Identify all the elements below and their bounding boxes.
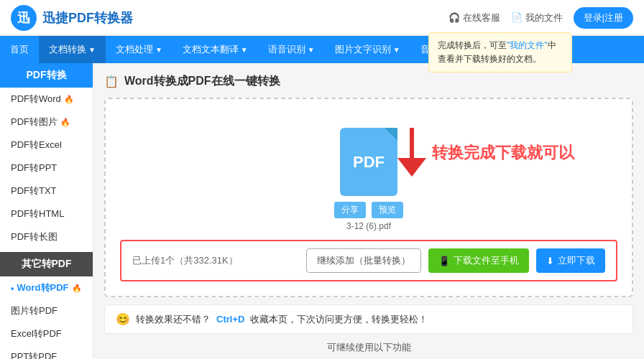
header-right: 🎧 在线客服 📄 我的文件 登录|注册 bbox=[448, 7, 633, 29]
login-button[interactable]: 登录|注册 bbox=[574, 7, 633, 29]
action-buttons: 继续添加（批量转换） 📱 下载文件至手机 ⬇ 立即下载 bbox=[306, 248, 605, 273]
sidebar-item-pdf-to-ppt[interactable]: PDF转PPT bbox=[0, 157, 93, 180]
nav-doc-process-label: 文档处理 bbox=[116, 43, 153, 56]
chevron-down-icon: ▼ bbox=[393, 46, 400, 54]
upload-area: PDF 分享 预览 3-12 (6).pdf bbox=[104, 98, 633, 297]
tooltip-box: 完成转换后，可至"我的文件"中查看并下载转换好的文档。 bbox=[428, 32, 572, 73]
nav-item-doc-convert[interactable]: 文档转换 ▼ bbox=[39, 36, 106, 63]
main-layout: PDF转换 PDF转Word 🔥 PDF转图片 🔥 PDF转Excel PDF转… bbox=[0, 63, 644, 359]
more-functions-label: 可继续使用以下功能 bbox=[327, 342, 411, 353]
sidebar-pdf-html-label: PDF转HTML bbox=[11, 208, 64, 220]
download-mobile-button[interactable]: 📱 下载文件至手机 bbox=[428, 248, 529, 273]
promo-text2: 收藏本页，下次访问更方便，转换更轻松！ bbox=[250, 313, 428, 326]
nav-item-speech[interactable]: 语音识别 ▼ bbox=[258, 36, 325, 63]
promo-shortcut: Ctrl+D bbox=[216, 314, 244, 325]
nav-home-label: 首页 bbox=[10, 43, 29, 56]
sidebar-pdf-word-label: PDF转Word bbox=[11, 93, 61, 106]
page-title-bar: 📋 Word转换成PDF在线一键转换 bbox=[104, 74, 633, 89]
files-label: 我的文件 bbox=[525, 11, 563, 24]
annotation-area: 转换完成下载就可以 bbox=[397, 128, 574, 178]
nav-speech-label: 语音识别 bbox=[268, 43, 305, 56]
sidebar-section-to-pdf: 其它转PDF bbox=[0, 252, 93, 276]
hot-badge: 🔥 bbox=[60, 118, 70, 127]
download-button[interactable]: ⬇ 立即下载 bbox=[536, 248, 605, 273]
hot-badge: 🔥 bbox=[64, 95, 74, 104]
annotation-text: 转换完成下载就可以 bbox=[432, 142, 574, 164]
preview-button[interactable]: 预览 bbox=[372, 202, 403, 218]
nav-item-doc-process[interactable]: 文档处理 ▼ bbox=[106, 36, 172, 63]
svg-marker-1 bbox=[397, 158, 426, 177]
chevron-down-icon: ▼ bbox=[241, 46, 248, 54]
sidebar-pdf-ppt-label: PDF转PPT bbox=[11, 162, 57, 174]
phone-icon: 📱 bbox=[438, 256, 450, 266]
nav-item-translate[interactable]: 文档文本翻译 ▼ bbox=[172, 36, 258, 63]
nav-item-ocr[interactable]: 图片文字识别 ▼ bbox=[325, 36, 410, 63]
download-icon: ⬇ bbox=[546, 256, 554, 266]
sidebar-item-pdf-to-image[interactable]: PDF转图片 🔥 bbox=[0, 111, 93, 134]
logo-area: 迅 迅捷PDF转换器 bbox=[11, 5, 133, 31]
file-actions: 分享 预览 bbox=[334, 202, 403, 218]
promo-text1: 转换效果还不错？ bbox=[136, 313, 211, 326]
page-title: Word转换成PDF在线一键转换 bbox=[124, 74, 280, 89]
share-button[interactable]: 分享 bbox=[334, 202, 366, 218]
sidebar-item-excel-to-pdf[interactable]: Excel转PDF bbox=[0, 322, 93, 345]
nav-doc-convert-label: 文档转换 bbox=[49, 43, 86, 56]
chevron-down-icon: ▼ bbox=[308, 46, 315, 54]
sidebar-item-pdf-to-word[interactable]: PDF转Word 🔥 bbox=[0, 88, 93, 111]
file-name: 3-12 (6).pdf bbox=[346, 221, 391, 231]
arrow-down-svg bbox=[397, 128, 426, 178]
arrow-container bbox=[397, 128, 426, 178]
continue-add-button[interactable]: 继续添加（批量转换） bbox=[306, 248, 421, 273]
nav-translate-label: 文档文本翻译 bbox=[183, 43, 239, 56]
file-preview: PDF 分享 预览 3-12 (6).pdf bbox=[334, 128, 403, 231]
customer-service-link[interactable]: 🎧 在线客服 bbox=[448, 11, 500, 24]
nav-ocr-label: 图片文字识别 bbox=[335, 43, 391, 56]
pdf-file-icon: PDF bbox=[340, 128, 397, 196]
tooltip-highlight: "我的文件" bbox=[507, 40, 548, 50]
sidebar-item-image-to-pdf[interactable]: 图片转PDF bbox=[0, 299, 93, 322]
chevron-down-icon: ▼ bbox=[155, 46, 162, 54]
sidebar-ppt-pdf-label: PPT转PDF bbox=[11, 350, 57, 359]
chevron-down-icon: ▼ bbox=[88, 46, 96, 54]
sidebar: PDF转换 PDF转Word 🔥 PDF转图片 🔥 PDF转Excel PDF转… bbox=[0, 63, 93, 359]
sidebar-pdf-longimg-label: PDF转长图 bbox=[11, 230, 58, 243]
sidebar-pdf-txt-label: PDF转TXT bbox=[11, 185, 57, 197]
sidebar-item-word-to-pdf[interactable]: • Word转PDF 🔥 bbox=[0, 276, 93, 299]
hot-badge: 🔥 bbox=[72, 284, 82, 293]
upload-info: 已上传1个（共332.31K） bbox=[132, 254, 238, 267]
pdf-label: PDF bbox=[353, 153, 385, 172]
tooltip-text1: 完成转换后，可至 bbox=[438, 40, 507, 50]
preview-row: PDF 分享 预览 3-12 (6).pdf bbox=[120, 113, 617, 231]
content-area: 📋 Word转换成PDF在线一键转换 PDF 分享 预览 3-12 (6).pd… bbox=[93, 63, 644, 359]
page-title-icon: 📋 bbox=[104, 75, 119, 88]
sidebar-section-to-pdf-label: 其它转PDF bbox=[22, 258, 72, 269]
logo-icon: 迅 bbox=[11, 5, 37, 31]
file-icon: 📄 bbox=[511, 12, 523, 23]
sidebar-section-pdf: PDF转换 bbox=[0, 63, 93, 88]
my-files-link[interactable]: 📄 我的文件 bbox=[511, 11, 563, 24]
smile-icon: 😊 bbox=[116, 312, 130, 326]
download-mobile-label: 下载文件至手机 bbox=[454, 254, 519, 267]
bullet-icon: • bbox=[11, 283, 14, 294]
sidebar-item-pdf-to-excel[interactable]: PDF转Excel bbox=[0, 134, 93, 157]
download-label: 立即下载 bbox=[558, 254, 595, 267]
sidebar-item-pdf-to-html[interactable]: PDF转HTML bbox=[0, 202, 93, 225]
action-bar: 已上传1个（共332.31K） 继续添加（批量转换） 📱 下载文件至手机 ⬇ 立… bbox=[120, 240, 617, 281]
service-label: 在线客服 bbox=[463, 11, 500, 24]
sidebar-excel-pdf-label: Excel转PDF bbox=[11, 327, 62, 340]
header: 迅 迅捷PDF转换器 🎧 在线客服 📄 我的文件 登录|注册 完成转换后，可至"… bbox=[0, 0, 644, 36]
sidebar-pdf-image-label: PDF转图片 bbox=[11, 116, 58, 129]
sidebar-item-ppt-to-pdf[interactable]: PPT转PDF bbox=[0, 345, 93, 359]
logo-text: 迅捷PDF转换器 bbox=[42, 9, 133, 27]
sidebar-image-pdf-label: 图片转PDF bbox=[11, 304, 58, 317]
promo-bar: 😊 转换效果还不错？ Ctrl+D 收藏本页，下次访问更方便，转换更轻松！ bbox=[104, 304, 633, 334]
sidebar-item-pdf-to-longimg[interactable]: PDF转长图 bbox=[0, 225, 93, 248]
sidebar-pdf-excel-label: PDF转Excel bbox=[11, 139, 62, 151]
sidebar-word-pdf-label: Word转PDF bbox=[17, 281, 69, 294]
more-functions: 可继续使用以下功能 bbox=[104, 341, 633, 354]
sidebar-section-pdf-label: PDF转换 bbox=[27, 69, 67, 80]
sidebar-item-pdf-to-txt[interactable]: PDF转TXT bbox=[0, 180, 93, 202]
nav-item-home[interactable]: 首页 bbox=[0, 36, 39, 63]
headset-icon: 🎧 bbox=[448, 12, 460, 23]
